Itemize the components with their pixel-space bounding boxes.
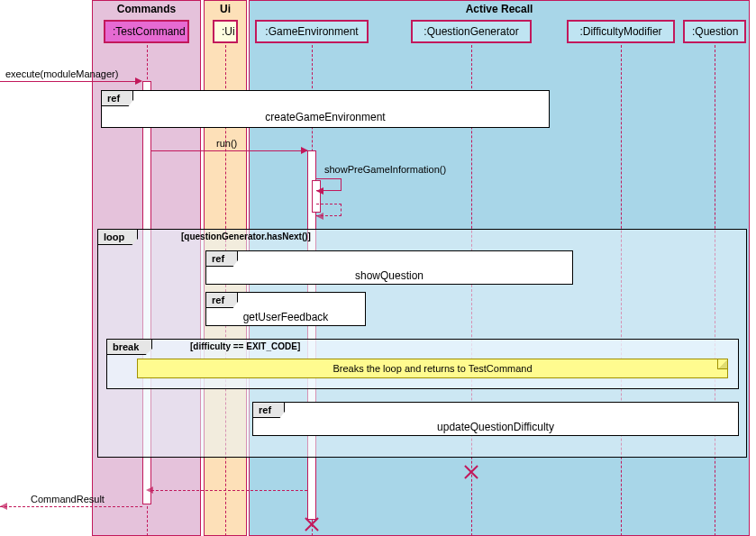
arrow-command-result	[0, 506, 142, 507]
lifeline-head-question: :Question	[683, 20, 746, 43]
ref-tag-gf: ref	[205, 292, 238, 308]
ref-show-question-title: showQuestion	[206, 269, 572, 282]
arrow-run	[151, 150, 307, 151]
lifeline-head-question-generator: :QuestionGenerator	[411, 20, 532, 43]
lifeline-head-ui: :Ui	[213, 20, 238, 43]
self-call-showpregame-head	[316, 187, 323, 195]
lane-active-recall-title: Active Recall	[250, 3, 749, 15]
lifeline-head-difficulty-modifier: :DifficultyModifier	[567, 20, 675, 43]
sequence-diagram: Commands Ui Active Recall :TestCommand :…	[0, 0, 756, 536]
lifeline-head-test-command: :TestCommand	[104, 20, 189, 43]
arrow-return-ge-tc-head	[146, 486, 153, 494]
ref-tag: ref	[101, 90, 133, 106]
ref-create-game-environment: ref createGameEnvironment	[101, 90, 550, 128]
ref-tag-ud: ref	[252, 402, 285, 418]
ref-create-env-title: createGameEnvironment	[102, 111, 549, 123]
arrow-command-result-head	[0, 503, 7, 510]
label-execute: execute(moduleManager)	[5, 68, 118, 79]
frame-break-tag: break	[106, 339, 152, 355]
arrow-execute	[0, 81, 141, 82]
frame-break-guard: [difficulty == EXIT_CODE]	[190, 341, 300, 351]
self-return-showpregame-head	[316, 213, 323, 220]
destroy-question-generator	[464, 465, 478, 479]
note-break: Breaks the loop and returns to TestComma…	[137, 359, 728, 378]
lane-ui-title: Ui	[205, 3, 246, 15]
lane-commands-title: Commands	[93, 3, 200, 15]
arrow-run-head	[301, 147, 308, 154]
label-showpregame: showPreGameInformation()	[324, 164, 446, 175]
ref-tag-sq: ref	[205, 250, 238, 267]
lifeline-head-game-environment: :GameEnvironment	[255, 20, 369, 43]
label-run: run()	[216, 138, 237, 149]
ref-get-user-feedback: ref getUserFeedback	[205, 292, 366, 326]
destroy-game-environment	[305, 517, 319, 531]
ref-update-difficulty: ref updateQuestionDifficulty	[252, 402, 739, 436]
frame-loop-tag: loop	[97, 229, 138, 245]
frame-loop-guard: [questionGenerator.hasNext()]	[181, 232, 311, 241]
arrow-execute-head	[135, 77, 142, 85]
arrow-return-ge-tc	[151, 490, 307, 491]
ref-show-question: ref showQuestion	[205, 250, 573, 285]
ref-update-difficulty-title: updateQuestionDifficulty	[253, 421, 738, 433]
ref-get-user-feedback-title: getUserFeedback	[206, 311, 365, 323]
label-command-result: CommandResult	[31, 494, 105, 504]
